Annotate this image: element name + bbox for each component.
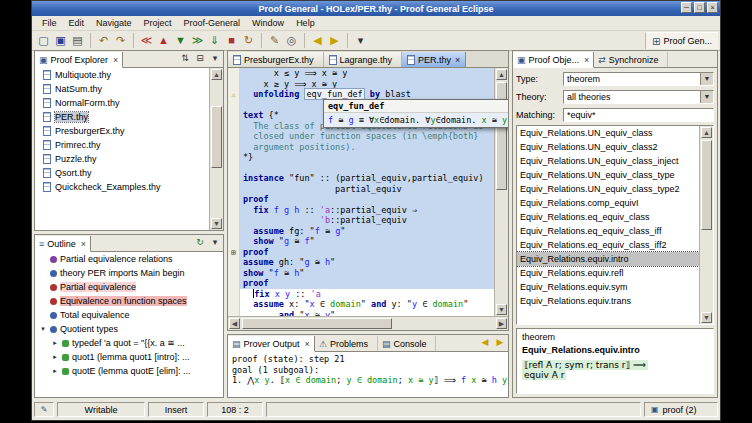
maximize-button[interactable]: □ bbox=[694, 2, 705, 13]
editor-line[interactable]: ⚠ unfolding eqv_fun_def by blast bbox=[228, 89, 494, 100]
view-menu-icon[interactable]: ▾ bbox=[209, 237, 221, 247]
link-with-editor-icon[interactable]: ⇅ bbox=[179, 53, 191, 63]
interrupt-icon[interactable]: ■ bbox=[223, 33, 240, 48]
theory-combo[interactable]: all theories ▼ bbox=[563, 90, 714, 104]
scrollbar-thumb[interactable] bbox=[211, 106, 222, 168]
previous-annotation-icon[interactable]: ◀ bbox=[304, 33, 326, 48]
tree-item[interactable]: Qsort.thy bbox=[35, 166, 209, 180]
use-to-point-icon[interactable]: ≫ bbox=[189, 33, 206, 48]
close-icon[interactable]: × bbox=[584, 55, 589, 65]
close-icon[interactable]: × bbox=[81, 239, 86, 249]
view-tab[interactable]: ⇄ Synchronize bbox=[594, 52, 668, 67]
restart-icon[interactable]: ↻ bbox=[240, 33, 257, 48]
new-wizard-icon[interactable]: ▢ bbox=[35, 33, 52, 48]
perspective-switcher[interactable]: ⊞ Proof Gen... bbox=[645, 32, 718, 49]
outline-item[interactable]: Partial equivalence relations bbox=[35, 252, 223, 266]
scroll-down-icon[interactable]: ▼ bbox=[701, 312, 712, 323]
editor-horizontal-scrollbar[interactable]: ◀ ▶ bbox=[228, 316, 508, 330]
scrollbar-thumb[interactable] bbox=[242, 318, 392, 329]
scroll-up-icon[interactable]: ▲ bbox=[211, 69, 222, 80]
view-tab[interactable]: ▣ Proof Obje... × bbox=[513, 52, 594, 68]
theorem-list-item[interactable]: Equiv_Relations.equiv.intro bbox=[517, 252, 699, 266]
editor-line[interactable]: argument positions). bbox=[228, 142, 494, 153]
undo-step-icon[interactable]: ▲ bbox=[155, 33, 172, 48]
previous-message-icon[interactable]: ◀ bbox=[479, 337, 491, 347]
outline-item[interactable]: ▸ typedef 'a quot = "{{x. a ≅ ... bbox=[35, 336, 223, 350]
editor-line[interactable]: proof bbox=[228, 278, 494, 289]
scroll-left-icon[interactable]: ◀ bbox=[229, 318, 240, 329]
menu-item[interactable]: Navigate bbox=[90, 18, 138, 28]
view-tab[interactable]: ▤ Prover Output × bbox=[228, 336, 315, 352]
save-icon[interactable]: ▣ bbox=[52, 33, 69, 48]
theorem-list-item[interactable]: Equiv_Relations.UN_equiv_class bbox=[517, 126, 699, 140]
next-annotation-icon[interactable]: ▶ bbox=[326, 33, 343, 48]
close-icon[interactable]: × bbox=[455, 55, 460, 65]
next-step-icon[interactable]: ▼ bbox=[172, 33, 189, 48]
tree-item[interactable]: Puzzle.thy bbox=[35, 152, 209, 166]
scroll-up-icon[interactable]: ▲ bbox=[701, 127, 712, 138]
editor-line[interactable]: fix f g h :: 'a::partial_equiv ⇒ bbox=[228, 205, 494, 216]
theorem-list-item[interactable]: Equiv_Relations.UN_equiv_class2 bbox=[517, 140, 699, 154]
undo-icon[interactable]: ↶ bbox=[90, 33, 112, 48]
collapse-all-icon[interactable]: ⊟ bbox=[194, 53, 206, 63]
editor-tab[interactable]: PresburgerEx.thy bbox=[228, 52, 324, 67]
tree-item[interactable]: PresburgerEx.thy bbox=[35, 124, 209, 138]
highlight-icon[interactable]: ◎ bbox=[283, 33, 300, 48]
theorem-list-item[interactable]: Equiv_Relations.comp_equivI bbox=[517, 196, 699, 210]
outline-item[interactable]: ▸ quotE (lemma quotE [elim]: ... bbox=[35, 364, 223, 378]
pen-icon[interactable]: ✎ bbox=[261, 33, 283, 48]
editor-line[interactable]: proof bbox=[228, 194, 494, 205]
tree-item[interactable]: Multiquote.thy bbox=[35, 68, 209, 82]
editor-line[interactable]: ⊞ proof bbox=[228, 247, 494, 258]
fold-expand-icon[interactable]: ⊞ bbox=[231, 248, 236, 257]
outline-item[interactable]: Equivalence on function spaces bbox=[35, 294, 223, 308]
minimize-button[interactable]: ─ bbox=[681, 2, 692, 13]
scroll-up-icon[interactable]: ▲ bbox=[496, 69, 507, 80]
close-button[interactable]: × bbox=[707, 2, 718, 13]
editor-line[interactable] bbox=[228, 163, 494, 174]
editor-line[interactable]: x ≤ y ⟹ x ≅ y bbox=[228, 68, 494, 79]
editor-line[interactable]: assume gh: "g ≅ h" bbox=[228, 257, 494, 268]
editor-line[interactable]: show "g ≅ f" bbox=[228, 236, 494, 247]
chevron-down-icon[interactable]: ▼ bbox=[700, 73, 713, 85]
editor-line[interactable]: assume fg: "f ≅ g" bbox=[228, 226, 494, 237]
proof-explorer-scrollbar[interactable]: ▲ ▼ bbox=[209, 68, 223, 230]
menu-item[interactable]: Project bbox=[138, 18, 178, 28]
menu-item[interactable]: Edit bbox=[63, 18, 91, 28]
expand-arrow-icon[interactable]: ▸ bbox=[51, 339, 59, 347]
editor-tab[interactable]: Lagrange.thy bbox=[324, 52, 403, 67]
tree-item[interactable]: Primrec.thy bbox=[35, 138, 209, 152]
theorem-list-item[interactable]: Equiv_Relations.UN_equiv_class_inject bbox=[517, 154, 699, 168]
expand-arrow-icon[interactable]: ▾ bbox=[39, 325, 47, 333]
refresh-icon[interactable]: ↻ bbox=[194, 237, 206, 247]
theorem-list-item[interactable]: Equiv_Relations.equiv.sym bbox=[517, 280, 699, 294]
close-icon[interactable]: × bbox=[113, 55, 118, 65]
theorem-list-scrollbar[interactable]: ▲ ▼ bbox=[699, 126, 713, 324]
view-tab[interactable]: ▤ Console bbox=[378, 336, 437, 351]
outline-item[interactable]: Partial equivalence bbox=[35, 280, 223, 294]
scroll-down-icon[interactable]: ▼ bbox=[496, 304, 507, 315]
theorem-list-item[interactable]: Equiv_Relations.UN_equiv_class_type bbox=[517, 168, 699, 182]
outline-item[interactable]: ▾ Quotient types bbox=[35, 322, 223, 336]
menu-item[interactable]: Window bbox=[246, 18, 290, 28]
matching-input[interactable] bbox=[563, 108, 714, 122]
goto-end-icon[interactable]: ⇓ bbox=[206, 33, 223, 48]
editor-line[interactable]: assume x: "x ∈ domain" and y: "y ∈ domai… bbox=[228, 299, 494, 310]
editor-line[interactable]: partial_equiv bbox=[228, 184, 494, 195]
editor-line[interactable]: instance "fun" :: (partial_equiv,partial… bbox=[228, 173, 494, 184]
tree-item[interactable]: NatSum.thy bbox=[35, 82, 209, 96]
tree-item[interactable]: NormalForm.thy bbox=[35, 96, 209, 110]
theorem-list-item[interactable]: Equiv_Relations.eq_equiv_class bbox=[517, 210, 699, 224]
theorem-list-item[interactable]: Equiv_Relations.UN_equiv_class_type2 bbox=[517, 182, 699, 196]
print-icon[interactable]: ▤ bbox=[69, 33, 86, 48]
menu-item[interactable]: Help bbox=[290, 18, 321, 28]
toolbar-menu-icon[interactable]: ▾ bbox=[347, 33, 369, 48]
close-icon[interactable]: × bbox=[305, 339, 310, 349]
view-tab[interactable]: ≡ Outline × bbox=[35, 236, 91, 252]
tree-item[interactable]: Quickcheck_Examples.thy bbox=[35, 180, 209, 194]
theorem-list-item[interactable]: Equiv_Relations.equiv.trans bbox=[517, 294, 699, 308]
theorem-list-item[interactable]: Equiv_Relations.eq_equiv_class_iff bbox=[517, 224, 699, 238]
type-combo[interactable]: theorem ▼ bbox=[563, 72, 714, 86]
outline-item[interactable]: Total equivalence bbox=[35, 308, 223, 322]
editor-line[interactable]: fix x y :: 'a bbox=[228, 289, 494, 300]
